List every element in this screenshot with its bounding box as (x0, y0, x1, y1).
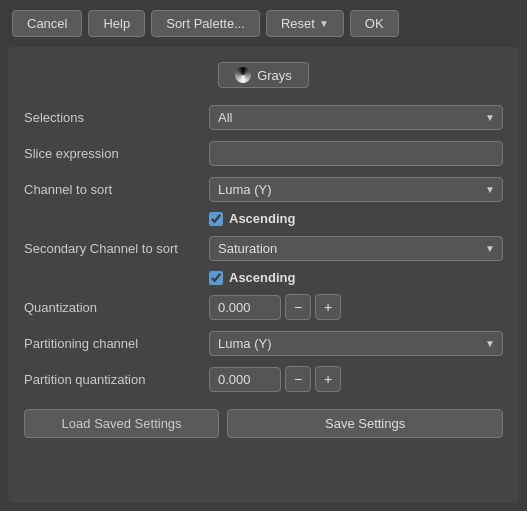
slice-expression-input[interactable] (209, 141, 503, 166)
channel-to-sort-select[interactable]: Luma (Y) Red Green Blue Hue Saturation V… (209, 177, 503, 202)
partition-quantization-input[interactable] (209, 367, 281, 392)
cancel-button[interactable]: Cancel (12, 10, 82, 37)
quantization-control: − + (209, 294, 503, 320)
slice-expression-label: Slice expression (24, 146, 209, 161)
slice-expression-row: Slice expression (24, 137, 503, 169)
secondary-channel-control: Saturation Luma (Y) Red Green Blue Hue V… (209, 236, 503, 261)
ascending1-row: Ascending (209, 211, 503, 226)
selections-control: All Current None ▼ (209, 105, 503, 130)
partition-quantization-row: Partition quantization − + (24, 363, 503, 395)
quantization-row: Quantization − + (24, 291, 503, 323)
ascending1-checkbox[interactable] (209, 212, 223, 226)
sort-palette-button[interactable]: Sort Palette... (151, 10, 260, 37)
save-settings-button[interactable]: Save Settings (227, 409, 503, 438)
partition-quantization-control: − + (209, 366, 503, 392)
channel-to-sort-control: Luma (Y) Red Green Blue Hue Saturation V… (209, 177, 503, 202)
selections-label: Selections (24, 110, 209, 125)
partitioning-channel-label: Partitioning channel (24, 336, 209, 351)
quantization-label: Quantization (24, 300, 209, 315)
partition-quantization-decrement-button[interactable]: − (285, 366, 311, 392)
ascending2-label: Ascending (229, 270, 295, 285)
ascending2-checkbox[interactable] (209, 271, 223, 285)
partition-quantization-increment-button[interactable]: + (315, 366, 341, 392)
channel-to-sort-row: Channel to sort Luma (Y) Red Green Blue … (24, 173, 503, 205)
secondary-channel-label: Secondary Channel to sort (24, 241, 209, 256)
channel-to-sort-label: Channel to sort (24, 182, 209, 197)
ascending1-label: Ascending (229, 211, 295, 226)
palette-button[interactable]: Grays (218, 62, 309, 88)
ascending2-row: Ascending (209, 270, 503, 285)
bottom-actions: Load Saved Settings Save Settings (24, 409, 503, 438)
palette-value: Grays (257, 68, 292, 83)
partitioning-channel-select[interactable]: Luma (Y) Red Green Blue Hue Saturation V… (209, 331, 503, 356)
secondary-channel-select[interactable]: Saturation Luma (Y) Red Green Blue Hue V… (209, 236, 503, 261)
main-panel: Grays Selections All Current None ▼ Slic… (8, 47, 519, 503)
quantization-increment-button[interactable]: + (315, 294, 341, 320)
palette-icon (235, 67, 251, 83)
selections-select[interactable]: All Current None (209, 105, 503, 130)
palette-row: Grays (24, 59, 503, 91)
selections-row: Selections All Current None ▼ (24, 101, 503, 133)
help-button[interactable]: Help (88, 10, 145, 37)
partition-quantization-label: Partition quantization (24, 372, 209, 387)
ok-button[interactable]: OK (350, 10, 399, 37)
partitioning-channel-control: Luma (Y) Red Green Blue Hue Saturation V… (209, 331, 503, 356)
reset-button[interactable]: Reset ▼ (266, 10, 344, 37)
secondary-channel-row: Secondary Channel to sort Saturation Lum… (24, 232, 503, 264)
toolbar: Cancel Help Sort Palette... Reset ▼ OK (0, 0, 527, 47)
quantization-decrement-button[interactable]: − (285, 294, 311, 320)
reset-label: Reset (281, 16, 315, 31)
quantization-input[interactable] (209, 295, 281, 320)
chevron-down-icon: ▼ (319, 18, 329, 29)
partitioning-channel-row: Partitioning channel Luma (Y) Red Green … (24, 327, 503, 359)
load-saved-settings-button[interactable]: Load Saved Settings (24, 409, 219, 438)
